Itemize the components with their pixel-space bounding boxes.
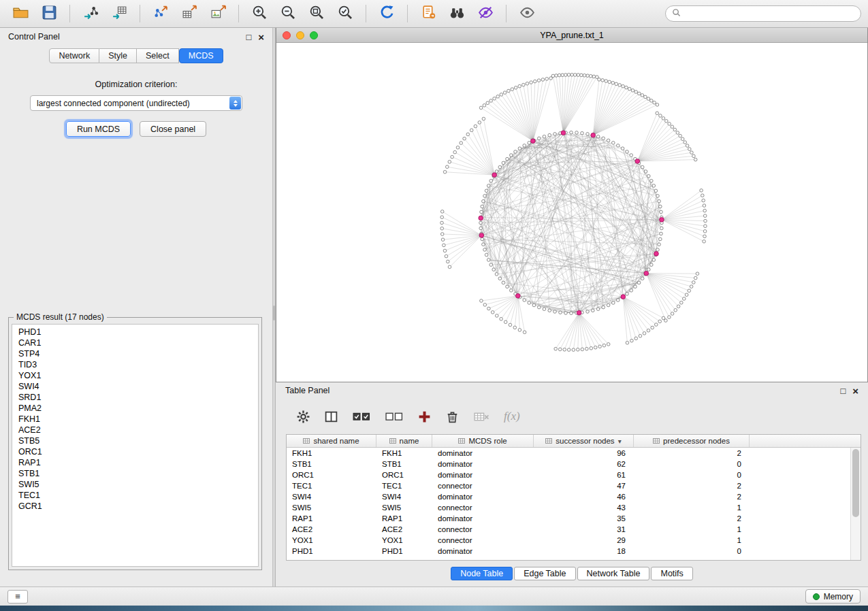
toolbar-search[interactable]	[665, 5, 861, 22]
table-row[interactable]: PHD1PHD1dominator180	[287, 546, 850, 557]
mcds-result-item[interactable]: RAP1	[12, 457, 258, 468]
tab-network-table[interactable]: Network Table	[577, 567, 650, 580]
table-row[interactable]: SWI4SWI4dominator462	[287, 491, 850, 502]
create-column-button[interactable]	[417, 410, 432, 424]
table-row[interactable]: SWI5SWI5connector431	[287, 502, 850, 513]
export-network-button[interactable]	[147, 3, 174, 24]
mcds-result-item[interactable]: PMA2	[12, 403, 258, 414]
maximize-window-icon[interactable]	[310, 31, 318, 39]
export-network-icon	[152, 4, 170, 24]
table-row[interactable]: RAP1RAP1dominator352	[287, 513, 850, 524]
tab-motifs[interactable]: Motifs	[651, 567, 692, 580]
table-body: FKH1FKH1dominator962STB1STB1dominator620…	[287, 448, 850, 560]
mcds-result-item[interactable]: SWI5	[12, 479, 258, 490]
mcds-result-item[interactable]: STP4	[12, 348, 258, 359]
save-session-button[interactable]	[35, 3, 63, 24]
network-title: YPA_prune.txt_1	[276, 31, 867, 40]
search-input[interactable]	[685, 9, 854, 18]
cell-shared: TEC1	[287, 480, 376, 491]
tab-mcds[interactable]: MCDS	[179, 48, 223, 63]
deselect-all-button[interactable]	[385, 410, 404, 424]
table-row[interactable]: TEC1TEC1connector472	[287, 480, 850, 491]
search-icon	[672, 7, 681, 20]
refresh-network-button[interactable]	[373, 3, 400, 24]
tab-edge-table[interactable]: Edge Table	[514, 567, 575, 580]
mcds-result-item[interactable]: FKH1	[12, 414, 258, 425]
clone-network-button[interactable]	[415, 3, 442, 24]
mcds-result-item[interactable]: TID3	[12, 359, 258, 370]
panel-splitter[interactable]	[272, 28, 276, 587]
zoom-selected-icon	[337, 4, 354, 24]
mcds-result-item[interactable]: CAR1	[12, 337, 258, 348]
tab-style[interactable]: Style	[99, 48, 137, 63]
table-mode-button[interactable]	[296, 410, 310, 424]
mcds-result-item[interactable]: TEC1	[12, 490, 258, 501]
import-table-button[interactable]	[106, 3, 133, 24]
network-window: YPA_prune.txt_1	[276, 28, 868, 382]
show-all-button[interactable]	[513, 3, 541, 24]
tab-network[interactable]: Network	[49, 48, 99, 63]
run-mcds-button[interactable]: Run MCDS	[66, 121, 131, 137]
zoom-selected-button[interactable]	[332, 3, 359, 24]
open-session-button[interactable]	[7, 3, 34, 24]
zoom-out-button[interactable]	[274, 3, 302, 24]
mcds-result-item[interactable]: ACE2	[12, 425, 258, 435]
mcds-result-item[interactable]: GCR1	[12, 501, 258, 512]
hide-selected-button[interactable]	[472, 3, 499, 24]
table-row[interactable]: YOX1YOX1connector291	[287, 535, 850, 546]
select-all-button[interactable]	[352, 410, 371, 424]
tab-node-table[interactable]: Node Table	[451, 567, 513, 580]
delete-columns-button[interactable]	[445, 410, 460, 424]
status-menu-button[interactable]: ≡	[7, 590, 28, 604]
zoom-in-button[interactable]	[246, 3, 273, 24]
mcds-result-item[interactable]: STB1	[12, 468, 258, 479]
table-row[interactable]: STB1STB1dominator620	[287, 459, 850, 469]
import-network-button[interactable]	[77, 3, 104, 24]
cell-successors: 29	[534, 535, 634, 546]
tab-select[interactable]: Select	[137, 48, 179, 63]
function-builder-button[interactable]: f(x)	[504, 410, 520, 423]
splitter-handle[interactable]	[273, 306, 275, 320]
close-panel-button[interactable]: Close panel	[140, 121, 206, 137]
float-panel-icon[interactable]: □	[246, 33, 251, 42]
delete-table-button[interactable]	[473, 410, 490, 424]
export-table-button[interactable]	[176, 3, 203, 24]
find-button[interactable]	[443, 3, 470, 24]
mcds-result-item[interactable]: ORC1	[12, 446, 258, 457]
mcds-result-groupbox: MCDS result (17 nodes) PHD1CAR1STP4TID3Y…	[8, 317, 262, 570]
close-panel-icon[interactable]: ×	[852, 386, 858, 395]
mcds-result-item[interactable]: PHD1	[12, 327, 258, 337]
table-scrollbar[interactable]	[850, 448, 861, 560]
mcds-result-item[interactable]: YOX1	[12, 370, 258, 381]
memory-button[interactable]: Memory	[805, 589, 861, 604]
zoom-fit-button[interactable]	[303, 3, 330, 24]
column-header-shared-name[interactable]: shared name	[287, 435, 376, 447]
close-window-icon[interactable]	[283, 31, 291, 39]
export-image-button[interactable]	[204, 3, 231, 24]
network-view[interactable]	[276, 43, 867, 382]
show-columns-button[interactable]	[324, 410, 338, 424]
float-panel-icon[interactable]: □	[840, 386, 846, 395]
cell-successors: 31	[534, 524, 634, 535]
column-header-MCDS-role[interactable]: MCDS role	[432, 435, 534, 447]
close-panel-icon[interactable]: ×	[258, 33, 264, 42]
column-header-name[interactable]: name	[376, 435, 432, 447]
minimize-window-icon[interactable]	[296, 31, 304, 39]
column-header-successor-nodes[interactable]: successor nodes▾	[534, 435, 634, 447]
cell-predecessors: 2	[634, 491, 750, 502]
eye-icon	[519, 4, 536, 24]
cell-shared: ORC1	[287, 469, 376, 480]
cell-role: dominator	[432, 513, 534, 524]
mcds-result-list[interactable]: PHD1CAR1STP4TID3YOX1SWI4SRD1PMA2FKH1ACE2…	[12, 324, 259, 567]
network-graph[interactable]	[276, 43, 867, 382]
criterion-dropdown[interactable]: largest connected component (undirected)	[30, 95, 242, 111]
cell-shared: ACE2	[287, 524, 376, 535]
scrollbar-thumb[interactable]	[852, 449, 859, 517]
table-row[interactable]: ORC1ORC1dominator610	[287, 469, 850, 480]
mcds-result-item[interactable]: STB5	[12, 435, 258, 446]
mcds-result-item[interactable]: SRD1	[12, 392, 258, 403]
column-header-predecessor-nodes[interactable]: predecessor nodes	[634, 435, 750, 447]
table-row[interactable]: FKH1FKH1dominator962	[287, 448, 850, 459]
mcds-result-item[interactable]: SWI4	[12, 381, 258, 392]
table-row[interactable]: ACE2ACE2connector311	[287, 524, 850, 535]
